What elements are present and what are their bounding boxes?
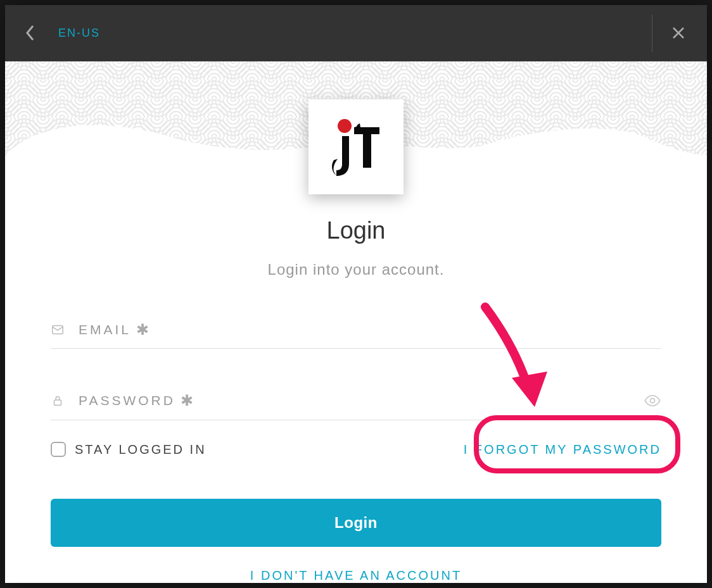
options-row: STAY LOGGED IN I FORGOT MY PASSWORD bbox=[51, 442, 661, 457]
brand-logo bbox=[308, 99, 404, 194]
svg-rect-18 bbox=[54, 400, 61, 405]
login-subtitle: Login into your account. bbox=[5, 261, 707, 278]
login-title: Login bbox=[5, 217, 707, 244]
svg-rect-17 bbox=[53, 326, 63, 334]
back-button[interactable] bbox=[18, 20, 43, 46]
login-modal: EN-US bbox=[5, 5, 707, 583]
login-button[interactable]: Login bbox=[51, 499, 661, 547]
svg-point-16 bbox=[338, 119, 352, 133]
chevron-left-icon bbox=[25, 24, 35, 42]
password-field-row: PASSWORD ✱ bbox=[51, 387, 661, 420]
jt-logo-icon bbox=[321, 112, 391, 182]
svg-point-19 bbox=[651, 399, 655, 403]
close-button[interactable] bbox=[666, 20, 691, 46]
password-input[interactable] bbox=[65, 392, 644, 409]
email-field-row: EMAIL ✱ bbox=[51, 316, 661, 349]
modal-header: EN-US bbox=[5, 5, 707, 61]
show-password-toggle[interactable] bbox=[644, 392, 661, 410]
header-divider bbox=[652, 15, 652, 52]
stay-logged-checkbox[interactable] bbox=[51, 442, 66, 457]
stay-logged-label: STAY LOGGED IN bbox=[75, 442, 207, 457]
email-input[interactable] bbox=[65, 322, 661, 338]
forgot-password-link[interactable]: I FORGOT MY PASSWORD bbox=[464, 442, 661, 457]
hero-banner bbox=[5, 61, 707, 155]
language-selector[interactable]: EN-US bbox=[58, 27, 100, 40]
no-account-link[interactable]: I DON'T HAVE AN ACCOUNT bbox=[51, 568, 661, 583]
stay-logged-wrapper: STAY LOGGED IN bbox=[51, 442, 207, 457]
mail-icon bbox=[51, 323, 65, 337]
lock-icon bbox=[51, 394, 65, 408]
close-icon bbox=[671, 25, 686, 41]
login-form: EMAIL ✱ PASSWORD ✱ STAY LOGGED IN I FORG… bbox=[5, 278, 707, 583]
